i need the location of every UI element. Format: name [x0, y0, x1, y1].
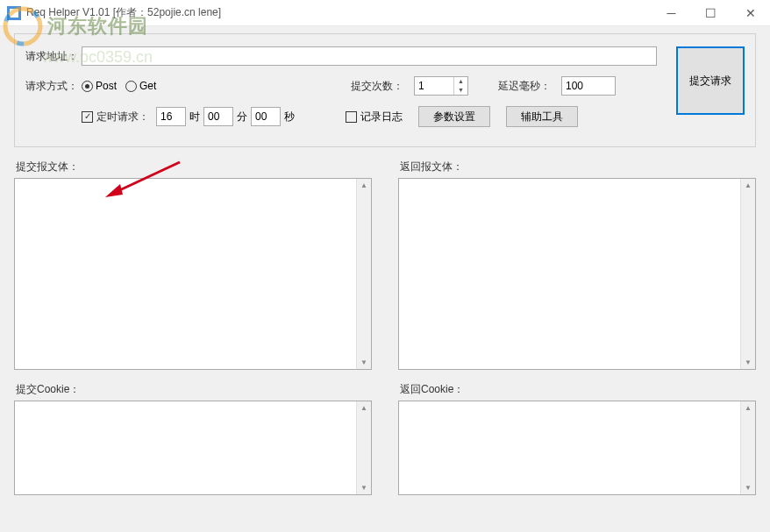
cookie-columns: 提交Cookie： ▲▼ 返回Cookie： ▲▼ — [14, 370, 756, 495]
submit-request-button[interactable]: 提交请求 — [676, 46, 745, 115]
time-min-input[interactable] — [203, 107, 233, 126]
submit-count-input[interactable] — [415, 77, 453, 95]
window-title: Req Helper V1.01 [作者：52pojie.cn lene] — [26, 5, 652, 20]
scrollbar[interactable]: ▲▼ — [356, 401, 371, 494]
radio-post-label: Post — [96, 80, 117, 92]
time-hour-input[interactable] — [156, 107, 186, 126]
hour-unit: 时 — [189, 110, 200, 124]
response-cookie-label: 返回Cookie： — [400, 382, 756, 397]
url-label: 请求地址： — [25, 49, 78, 64]
response-body-textarea[interactable]: ▲▼ — [398, 178, 756, 370]
min-unit: 分 — [237, 110, 247, 124]
method-row: 请求方式： Post Get 提交次数： ▲▼ 延迟毫秒： — [25, 76, 745, 96]
response-cookie-textarea[interactable]: ▲▼ — [398, 401, 756, 495]
sec-unit: 秒 — [284, 110, 295, 124]
delay-input[interactable] — [561, 76, 616, 96]
radio-get[interactable]: Get — [125, 80, 156, 92]
maximize-button[interactable]: ☐ — [691, 0, 731, 25]
time-sec-input[interactable] — [251, 107, 281, 126]
timed-label: 定时请求： — [96, 110, 149, 124]
log-checkbox[interactable] — [346, 111, 357, 123]
radio-post-icon — [82, 81, 93, 92]
submit-count-label: 提交次数： — [351, 79, 403, 94]
scrollbar[interactable]: ▲▼ — [740, 179, 755, 369]
close-button[interactable]: ✕ — [731, 0, 770, 25]
radio-post[interactable]: Post — [82, 80, 117, 92]
radio-get-label: Get — [139, 80, 156, 92]
window-controls: ─ ☐ ✕ — [652, 0, 770, 25]
aux-tools-button[interactable]: 辅助工具 — [506, 106, 578, 127]
minimize-button[interactable]: ─ — [652, 0, 691, 25]
request-config-group: 请求地址： 请求方式： Post Get 提交次数： ▲▼ — [14, 33, 756, 147]
url-input[interactable] — [82, 46, 657, 66]
submit-count-spinner[interactable]: ▲▼ — [414, 76, 468, 96]
log-label: 记录日志 — [360, 110, 403, 124]
param-settings-button[interactable]: 参数设置 — [418, 106, 490, 127]
radio-get-icon — [125, 81, 137, 92]
scrollbar[interactable]: ▲▼ — [356, 179, 371, 369]
svg-rect-1 — [10, 9, 18, 18]
response-body-label: 返回报文体： — [400, 160, 756, 174]
request-body-textarea[interactable]: ▲▼ — [14, 178, 372, 370]
app-icon — [7, 6, 21, 20]
schedule-row: 定时请求： 时 分 秒 记录日志 参数设置 辅助工具 — [25, 106, 745, 127]
content-area: 请求地址： 请求方式： Post Get 提交次数： ▲▼ — [0, 26, 770, 532]
spinner-arrows[interactable]: ▲▼ — [453, 77, 467, 95]
body-columns: 提交报文体： ▲▼ 返回报文体： ▲▼ — [14, 147, 756, 370]
url-row: 请求地址： — [25, 46, 745, 66]
request-cookie-textarea[interactable]: ▲▼ — [14, 401, 372, 495]
request-cookie-label: 提交Cookie： — [16, 382, 372, 397]
scrollbar[interactable]: ▲▼ — [740, 401, 755, 494]
delay-label: 延迟毫秒： — [498, 79, 551, 94]
titlebar: Req Helper V1.01 [作者：52pojie.cn lene] ─ … — [0, 0, 770, 26]
timed-checkbox[interactable] — [82, 111, 93, 123]
request-body-label: 提交报文体： — [16, 160, 372, 174]
method-label: 请求方式： — [25, 79, 78, 94]
